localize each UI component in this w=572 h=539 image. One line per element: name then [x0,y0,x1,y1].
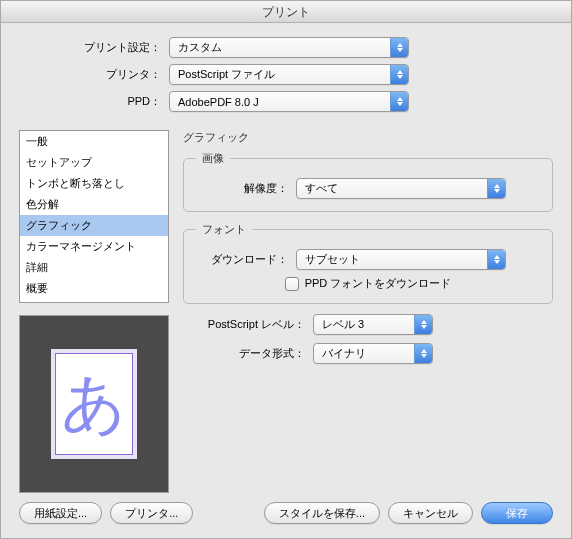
download-label: ダウンロード： [196,252,296,267]
cancel-button[interactable]: キャンセル [388,502,473,524]
updown-icon [390,65,408,84]
ppd-download-checkbox[interactable] [285,277,299,291]
ps-level-select[interactable]: レベル 3 [313,314,433,335]
panel-list-item[interactable]: セットアップ [20,152,168,173]
printer-value: PostScript ファイル [178,67,390,82]
save-style-button[interactable]: スタイルを保存... [264,502,380,524]
panel-list-item[interactable]: トンボと断ち落とし [20,173,168,194]
resolution-value: すべて [305,181,487,196]
download-value: サブセット [305,252,487,267]
updown-icon [414,344,432,363]
left-column: 一般セットアップトンボと断ち落とし色分解グラフィックカラーマネージメント詳細概要… [19,130,169,494]
section-title: グラフィック [183,130,553,145]
printer-label: プリンタ： [19,67,169,82]
preset-select[interactable]: カスタム [169,37,409,58]
preset-value: カスタム [178,40,390,55]
printer-button[interactable]: プリンタ... [110,502,193,524]
font-legend: フォント [196,222,252,237]
preview-paper: あ [55,353,133,455]
ppd-label: PPD： [19,94,169,109]
window-title: プリント [1,1,571,23]
data-format-value: バイナリ [322,346,414,361]
ppd-select[interactable]: AdobePDF 8.0 J [169,91,409,112]
save-button[interactable]: 保存 [481,502,553,524]
ppd-value: AdobePDF 8.0 J [178,96,390,108]
image-legend: 画像 [196,151,230,166]
updown-icon [390,38,408,57]
updown-icon [390,92,408,111]
preset-label: プリント設定： [19,40,169,55]
download-select[interactable]: サブセット [296,249,506,270]
ps-level-value: レベル 3 [322,317,414,332]
dialog-content: プリント設定： カスタム プリンタ： PostScript ファイル PPD： … [1,23,571,538]
updown-icon [487,250,505,269]
data-format-select[interactable]: バイナリ [313,343,433,364]
image-group: 画像 解像度： すべて [183,151,553,212]
font-group: フォント ダウンロード： サブセット PPD フォントをダウンロード [183,222,553,304]
panel-list-item[interactable]: 概要 [20,278,168,299]
resolution-select[interactable]: すべて [296,178,506,199]
panel-list-item[interactable]: カラーマネージメント [20,236,168,257]
right-column: グラフィック 画像 解像度： すべて フォント ダウンロード： [183,130,553,494]
data-format-label: データ形式： [183,346,313,361]
panel-list-item[interactable]: 詳細 [20,257,168,278]
page-setup-button[interactable]: 用紙設定... [19,502,102,524]
panel-list-item[interactable]: 一般 [20,131,168,152]
ps-level-label: PostScript レベル： [183,317,313,332]
preview-glyph: あ [61,372,127,436]
panel-list[interactable]: 一般セットアップトンボと断ち落とし色分解グラフィックカラーマネージメント詳細概要 [19,130,169,303]
page-preview: あ [19,315,169,493]
button-bar: 用紙設定... プリンタ... スタイルを保存... キャンセル 保存 [19,494,553,524]
top-settings: プリント設定： カスタム プリンタ： PostScript ファイル PPD： … [19,37,553,118]
updown-icon [414,315,432,334]
resolution-label: 解像度： [196,181,296,196]
printer-select[interactable]: PostScript ファイル [169,64,409,85]
ppd-download-label: PPD フォントをダウンロード [305,276,452,291]
updown-icon [487,179,505,198]
panel-list-item[interactable]: グラフィック [20,215,168,236]
panel-list-item[interactable]: 色分解 [20,194,168,215]
print-dialog: プリント プリント設定： カスタム プリンタ： PostScript ファイル … [0,0,572,539]
main-area: 一般セットアップトンボと断ち落とし色分解グラフィックカラーマネージメント詳細概要… [19,130,553,494]
